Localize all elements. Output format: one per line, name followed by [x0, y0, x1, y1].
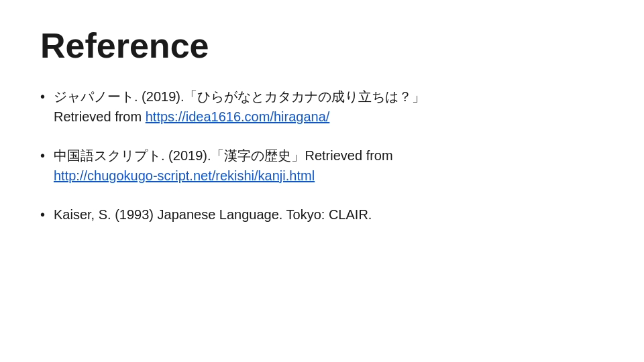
- ref2-link[interactable]: http://chugokugo-script.net/rekishi/kanj…: [54, 168, 315, 183]
- list-item: 中国語スクリプト. (2019).「漢字の歴史」Retrieved from h…: [40, 145, 604, 186]
- list-item: ジャパノート. (2019).「ひらがなとカタカナの成り立ちは？」 Retrie…: [40, 86, 604, 127]
- list-item: Kaiser, S. (1993) Japanese Language. Tok…: [40, 204, 604, 225]
- ref1-link[interactable]: https://idea1616.com/hiragana/: [146, 109, 330, 124]
- page-container: Reference ジャパノート. (2019).「ひらがなとカタカナの成り立ち…: [0, 0, 644, 362]
- reference-list: ジャパノート. (2019).「ひらがなとカタカナの成り立ちは？」 Retrie…: [40, 86, 604, 225]
- ref3-text: Kaiser, S. (1993) Japanese Language. Tok…: [54, 207, 372, 222]
- ref2-text: 中国語スクリプト. (2019).「漢字の歴史」Retrieved from: [54, 148, 393, 163]
- page-title: Reference: [40, 27, 604, 65]
